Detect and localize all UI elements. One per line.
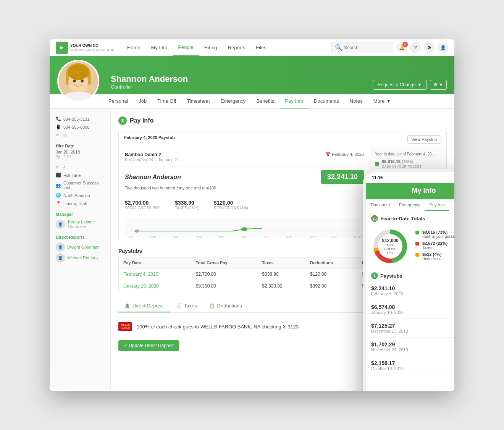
- paystub-header-left: February 4, 2020 Paystub: [124, 135, 175, 140]
- phone-ytd-icon: 📅: [371, 215, 378, 222]
- calendar-icon: 📅: [325, 152, 331, 157]
- donut-center: $12,000 TOTAL GROSS PAY: [381, 238, 400, 255]
- deposit-tab-icon: 🏦: [124, 303, 130, 309]
- phone-paystub-item[interactable]: $2,241.10 February 4, 2020 ›: [366, 281, 454, 300]
- tab-more[interactable]: More ▼: [368, 94, 397, 108]
- tab-deductions[interactable]: 📋 Deductions: [203, 300, 248, 312]
- breakdown-taxes: $338.90 TAXES (13%): [175, 200, 199, 210]
- direct-reports-section: Direct Reports 👤 Dwight Goodman 👤 Michae…: [56, 235, 104, 262]
- phone-tab-payinfo[interactable]: Pay Info: [425, 199, 449, 211]
- avatar-image: [59, 61, 98, 100]
- mobile-phone-overlay: 11:16 ▪▪▪ WiFi 🔋 My Info Timesheet Emerg…: [363, 169, 454, 391]
- paystub-company: Bamboo Demo 2: [125, 152, 179, 157]
- manager-section: Manager 👤 Kenny Latimer Controller: [56, 212, 104, 229]
- nav-people[interactable]: People: [173, 39, 199, 56]
- phone-paystub-item[interactable]: $2,158.17 October 18, 2019 ›: [366, 356, 454, 375]
- phone-paystub-item[interactable]: $6,574.08 January 10, 2020 ›: [366, 300, 454, 319]
- donut-section: $12,000 TOTAL GROSS PAY $8,815 (73%) Cas…: [366, 224, 454, 268]
- phone-paystub-item[interactable]: $1,702.29 November 29, 2019 ›: [366, 338, 454, 356]
- profile-name: Shannon Anderson: [111, 74, 188, 84]
- tab-emergency[interactable]: Emergency: [215, 94, 251, 108]
- tab-documents[interactable]: Documents: [309, 94, 344, 108]
- tab-pay-info[interactable]: Pay Info: [279, 94, 309, 108]
- tab-time-off[interactable]: Time Off: [152, 94, 181, 108]
- row2-date[interactable]: January 10, 2020: [119, 280, 191, 292]
- type-icon: ⬛: [56, 173, 61, 178]
- tab-benefits[interactable]: Benefits: [251, 94, 279, 108]
- tab-job[interactable]: Job: [133, 94, 152, 108]
- search-box[interactable]: 🔍: [331, 42, 393, 53]
- settings-icon[interactable]: ⚙: [424, 42, 435, 53]
- dr2-avatar: 👤: [56, 253, 65, 262]
- help-icon[interactable]: ?: [410, 42, 421, 53]
- search-input[interactable]: [344, 45, 390, 50]
- logo-area: ▶ YOUR OWN CO COMPANY LOGO GOES HERE: [56, 42, 114, 54]
- profile-avatar: [57, 60, 99, 102]
- paystub-name-row: Shannon Anderson $2,241.10: [119, 167, 370, 186]
- nav-hiring[interactable]: Hiring: [199, 39, 223, 56]
- row1-deductions: $120.00: [305, 268, 357, 280]
- top-navigation: ▶ YOUR OWN CO COMPANY LOGO GOES HERE Hom…: [50, 39, 454, 56]
- tab-notes[interactable]: Notes: [344, 94, 368, 108]
- phone-paystubs-title: $ Paystubs: [366, 268, 454, 281]
- phone-nav-calendar[interactable]: 📅 Calendar: [453, 388, 454, 391]
- manager-item: 👤 Kenny Latimer Controller: [56, 220, 104, 229]
- manager-name[interactable]: Kenny Latimer: [68, 220, 95, 224]
- phone-nav-home[interactable]: 🏠 Home: [366, 388, 395, 391]
- phone-paystub-item[interactable]: $1,646.84 October 3, 2019 ›: [366, 375, 454, 378]
- user-menu-icon[interactable]: 👤: [438, 42, 448, 53]
- paystub-net-amount: $2,241.10: [321, 170, 364, 184]
- nav-files[interactable]: Files: [250, 39, 271, 56]
- paystub-date-value: February 4, 2020: [332, 152, 364, 157]
- phone-tab-emergency[interactable]: Emergency: [394, 199, 425, 211]
- row1-date[interactable]: February 4, 2020: [119, 268, 191, 280]
- direct-report-1: 👤 Dwight Goodman: [56, 242, 104, 252]
- phone-tab-documents[interactable]: Documents: [449, 199, 454, 211]
- phone-bottom-nav: 🏠 Home 👤 My Info 👥 Employees 📅 Calendar: [366, 388, 454, 391]
- update-deposit-button[interactable]: ✓ Update Direct Deposit: [118, 340, 179, 351]
- search-icon: 🔍: [335, 44, 342, 51]
- profile-settings-button[interactable]: ⚙ ▼: [430, 80, 447, 90]
- more-arrow-icon: ▼: [386, 98, 391, 104]
- tab-direct-deposit[interactable]: 🏦 Direct Deposit: [118, 300, 170, 312]
- request-change-button[interactable]: Request a Change ▼: [373, 80, 427, 90]
- ytd-cash: $8,815.18 (73%) CASH IN YOUR POCKET: [375, 159, 442, 168]
- paystub-period: For January 04 – January 17: [125, 157, 179, 162]
- pay-info-icon: $: [118, 116, 127, 125]
- mobile-icon: 📱: [56, 124, 61, 129]
- view-paystub-button[interactable]: View Paystub: [407, 135, 441, 144]
- nav-myinfo[interactable]: My Info: [146, 39, 173, 56]
- paystub-main: Bamboo Demo 2 For January 04 – January 1…: [119, 147, 370, 240]
- phone-item: 📞 604-555-3131: [56, 116, 104, 121]
- direct-report-2: 👤 Michael Romney: [56, 253, 104, 262]
- phone-tabs: Timesheet Emergency Pay Info Documents: [366, 199, 454, 211]
- nav-home[interactable]: Home: [122, 39, 146, 56]
- tab-taxes[interactable]: 🧾 Taxes: [170, 300, 203, 312]
- breakdown-gross: $2,700.00 TOTAL GROSS PAY: [125, 200, 160, 210]
- hire-date-label: Hire Date: [56, 144, 104, 148]
- paystub-company-header: Bamboo Demo 2 For January 04 – January 1…: [119, 147, 370, 167]
- phone-time: 11:16: [372, 175, 383, 180]
- paystub-breakdown: $2,700.00 TOTAL GROSS PAY $338.90 TAXES …: [119, 195, 370, 215]
- nav-reports[interactable]: Reports: [223, 39, 251, 56]
- donut-chart: $12,000 TOTAL GROSS PAY: [371, 227, 409, 265]
- svg-point-4: [68, 64, 89, 80]
- location-item: 📍 Lindon, Utah: [56, 201, 104, 206]
- legend-dot-red: [415, 242, 419, 246]
- ytd-dot-green: [375, 162, 379, 166]
- nav-links: Home My Info People Hiring Reports Files: [122, 39, 331, 56]
- tab-personal[interactable]: Personal: [103, 94, 133, 108]
- row1-taxes: $338.90: [257, 268, 305, 280]
- tab-timesheet[interactable]: Timesheet: [181, 94, 215, 108]
- bell-icon[interactable]: 🔔 0: [396, 42, 407, 53]
- phone-paystub-item[interactable]: $7,125.27 December 13, 2019 ›: [366, 319, 454, 338]
- company-name: YOUR OWN CO COMPANY LOGO GOES HERE: [70, 44, 114, 52]
- phone-nav-employees[interactable]: 👥 Employees: [424, 388, 453, 391]
- employee-id-item: # 4: [56, 165, 104, 170]
- phone-tab-timesheet[interactable]: Timesheet: [366, 199, 394, 211]
- email-item: ✉ in: [56, 133, 104, 137]
- nav-right: 🔍 🔔 0 ? ⚙ 👤: [331, 42, 448, 53]
- phone-ytd-title: 📅 Year-to-Date Totals: [366, 211, 454, 224]
- phone-nav-myinfo[interactable]: 👤 My Info: [395, 388, 424, 391]
- direct-reports-heading: Direct Reports: [56, 235, 104, 239]
